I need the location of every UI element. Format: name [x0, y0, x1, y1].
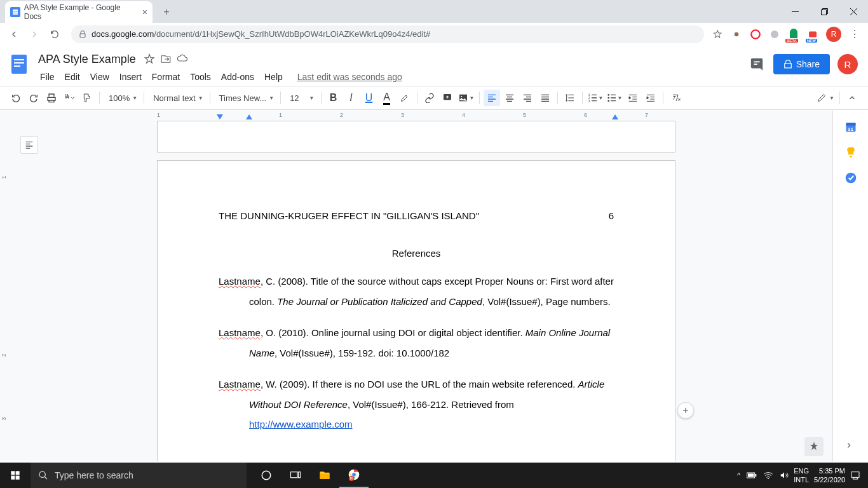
task-view-icon[interactable]	[281, 463, 310, 488]
comment-history-button[interactable]	[748, 55, 766, 73]
checklist-button[interactable]: 123▼	[587, 90, 604, 106]
zoom-select[interactable]: 100%▼	[104, 93, 140, 103]
opera-icon[interactable]	[750, 29, 761, 40]
bulleted-list-button[interactable]: ▼	[606, 90, 623, 106]
keep-icon[interactable]	[844, 146, 857, 159]
add-comment-button[interactable]	[439, 90, 456, 106]
svg-rect-33	[299, 472, 301, 478]
cloud-status-icon[interactable]	[177, 53, 188, 65]
svg-rect-9	[754, 61, 759, 62]
reload-button[interactable]	[46, 25, 64, 43]
star-bookmark-icon[interactable]	[712, 29, 723, 40]
bold-button[interactable]: B	[325, 90, 342, 106]
editing-mode-button[interactable]: ▼	[815, 90, 836, 106]
keyboard-lang[interactable]: ENG	[794, 466, 809, 475]
menu-format[interactable]: Format	[147, 71, 184, 83]
star-icon[interactable]	[144, 53, 155, 65]
menu-file[interactable]: File	[36, 71, 59, 83]
new-badge-icon[interactable]: NEW	[807, 29, 818, 40]
svg-point-20	[608, 100, 610, 102]
maximize-window[interactable]	[810, 0, 839, 23]
wifi-icon[interactable]	[763, 471, 773, 479]
underline-button[interactable]: U	[361, 90, 377, 106]
back-button[interactable]	[5, 25, 23, 43]
svg-rect-32	[291, 472, 298, 478]
decrease-indent-button[interactable]	[625, 90, 641, 106]
align-center-button[interactable]	[501, 90, 518, 106]
show-side-panel-icon[interactable]	[844, 441, 857, 454]
tray-chevron-icon[interactable]: ^	[737, 471, 740, 479]
forward-button[interactable]	[25, 25, 43, 43]
print-button[interactable]	[43, 90, 60, 106]
style-select[interactable]: Normal text▼	[148, 93, 205, 103]
reference-url-link[interactable]: http://www.example.com	[249, 419, 353, 430]
calendar-icon[interactable]: 31	[844, 121, 857, 133]
menu-edit[interactable]: Edit	[60, 71, 85, 83]
document-outline-button[interactable]	[20, 136, 38, 154]
action-center-icon[interactable]	[850, 470, 860, 480]
font-select[interactable]: Times New...▼	[214, 93, 277, 103]
last-edit-link[interactable]: Last edit was seconds ago	[297, 72, 402, 82]
browser-tab[interactable]: APA Style Example - Google Docs ×	[5, 1, 153, 23]
share-button[interactable]: Share	[773, 54, 830, 74]
align-justify-button[interactable]	[537, 90, 553, 106]
document-title[interactable]: APA Style Example	[36, 51, 139, 67]
keyboard-layout[interactable]: INTL	[794, 475, 809, 484]
italic-button[interactable]: I	[343, 90, 360, 106]
battery-icon[interactable]	[747, 471, 757, 479]
move-icon[interactable]	[160, 53, 172, 65]
address-bar[interactable]: docs.google.com/document/d/1HxjSewQk_Szr…	[71, 25, 704, 43]
line-spacing-button[interactable]	[562, 90, 578, 106]
undo-button[interactable]	[8, 90, 24, 106]
close-tab-icon[interactable]: ×	[142, 7, 147, 17]
toolbar: A 100%▼ Normal text▼ Times New...▼ 12▼ B…	[0, 86, 868, 110]
hide-menus-button[interactable]	[844, 90, 860, 106]
grammarly-icon[interactable]	[769, 29, 780, 40]
horizontal-ruler[interactable]: 1 1 2 3 4 5 6 7	[0, 111, 832, 121]
highlight-button[interactable]	[397, 90, 413, 106]
svg-rect-23	[846, 123, 855, 125]
menu-view[interactable]: View	[86, 71, 114, 83]
system-clock[interactable]: 5:35 PM 5/22/2020	[814, 466, 845, 485]
menu-insert[interactable]: Insert	[115, 71, 146, 83]
browser-profile-avatar[interactable]: R	[826, 27, 841, 42]
increase-indent-button[interactable]	[642, 90, 659, 106]
text-color-button[interactable]: A	[379, 90, 395, 106]
explore-button[interactable]	[804, 437, 824, 456]
paint-format-button[interactable]	[79, 90, 95, 106]
font-size-select[interactable]: 12▼	[285, 93, 316, 103]
minimize-window[interactable]	[780, 0, 810, 23]
file-explorer-icon[interactable]	[310, 463, 339, 488]
clear-formatting-button[interactable]: T	[667, 90, 684, 106]
menu-bar: File Edit View Insert Format Tools Add-o…	[36, 69, 863, 85]
beta-badge-icon[interactable]: BETA	[788, 29, 799, 40]
tasks-icon[interactable]	[844, 172, 857, 184]
close-window[interactable]	[839, 0, 868, 23]
new-tab-button[interactable]: +	[158, 3, 175, 21]
browser-menu-icon[interactable]: ⋮	[849, 29, 860, 40]
menu-addons[interactable]: Add-ons	[217, 71, 259, 83]
redo-button[interactable]	[25, 90, 42, 106]
spellcheck-button[interactable]: A	[61, 90, 78, 106]
page-number: 6	[609, 210, 614, 221]
reference-entry: Lastname, C. (2008). Title of the source…	[219, 271, 614, 311]
add-comment-bubble[interactable]: +	[677, 402, 694, 419]
cortana-icon[interactable]	[252, 463, 281, 488]
volume-icon[interactable]	[780, 471, 789, 480]
insert-link-button[interactable]	[421, 90, 438, 106]
svg-point-14	[461, 96, 462, 97]
menu-help[interactable]: Help	[260, 71, 287, 83]
profile-avatar[interactable]: R	[837, 54, 858, 74]
previous-page	[157, 121, 675, 152]
align-left-button[interactable]	[484, 90, 500, 106]
docs-logo[interactable]	[8, 53, 33, 78]
extension-icon[interactable]	[731, 29, 742, 40]
taskbar-search[interactable]: Type here to search	[31, 463, 247, 488]
align-right-button[interactable]	[519, 90, 536, 106]
start-button[interactable]	[0, 463, 31, 488]
insert-image-button[interactable]: ▼	[457, 90, 476, 106]
menu-tools[interactable]: Tools	[186, 71, 215, 83]
chrome-taskbar-icon[interactable]: R	[339, 463, 369, 488]
vertical-ruler[interactable]: 1 2 3	[2, 123, 11, 461]
document-page[interactable]: THE DUNNING-KRUGER EFFECT IN "GILLIGAN'S…	[157, 160, 675, 461]
